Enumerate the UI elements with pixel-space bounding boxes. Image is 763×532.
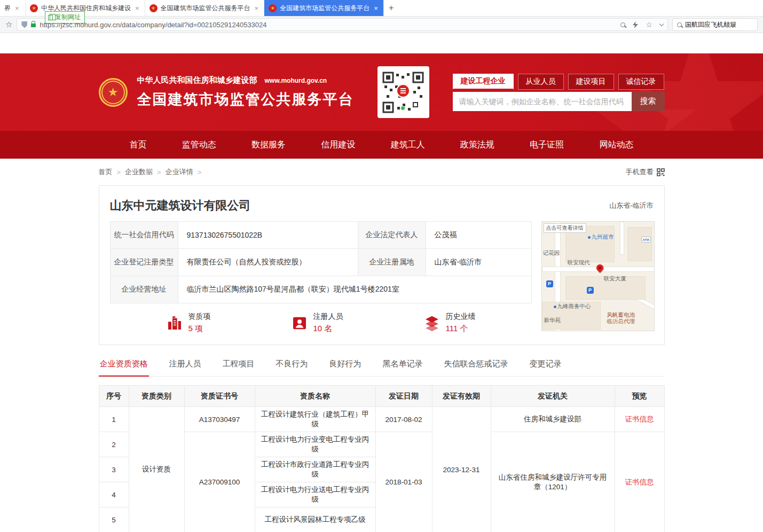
tab-changes[interactable]: 变更记录 [529,359,563,376]
cell-cert-no: A137030497 [184,407,255,432]
col-header: 发证日期 [375,386,432,407]
cell-qual-name: 工程设计市政行业道路工程专业丙级 [255,457,375,482]
header-qr-code [377,66,429,118]
tab-title: 全国建筑市场监管公共服务平台 [280,4,369,13]
ministry-name: 中华人民共和国住房和城乡建设部 [137,75,257,85]
company-info-table: 统一社会信用代码 91371302675501022B 企业法定代表人 公茂福 … [110,221,532,303]
qr-logo-icon [396,84,410,98]
cell-no: 1 [99,407,129,432]
flash-icon[interactable] [633,21,638,28]
breadcrumb-separator: > [157,168,161,176]
tab-bar: 界 × ★ 中华人民共和国住房和城乡建设 × ★ 全国建筑市场监管公共服务平台 … [0,0,763,17]
stat-qualifications[interactable]: 资质项 5 项 [166,312,211,334]
browser-quick-search[interactable]: 国航回应飞机颠簸 [672,18,758,31]
map-poi: 风帆蓄电池 临沂总代理 [607,311,635,324]
browser-tab-2[interactable]: ★ 中华人民共和国住房和城乡建设 × [26,0,145,16]
nav-data-service[interactable]: 数据服务 [251,139,286,151]
search-button[interactable]: 搜索 [632,92,665,111]
cell-no: 5 [99,507,129,532]
cell-qual-name: 工程设计电力行业送电工程专业丙级 [255,482,375,507]
cell-no: 3 [99,457,129,482]
site-favicon-icon: ★ [150,4,158,12]
url-text[interactable]: https://jzsc.mohurd.gov.cn/data/company/… [40,21,617,29]
national-emblem-logo: ★ [99,78,128,107]
copy-url-tooltip[interactable]: 复制网址 [45,11,85,24]
reg-type-value: 有限责任公司（自然人投资或控股） [178,249,358,276]
search-icon [677,22,682,27]
copy-icon [48,15,53,20]
tab-title: 全国建筑市场监管公共服务平台 [161,4,250,13]
col-header: 序号 [99,386,129,407]
search-tab-enterprise[interactable]: 建设工程企业 [453,74,514,90]
stat-registered-personnel[interactable]: 注册人员 10 名 [291,312,343,334]
field-label: 统一社会信用代码 [110,222,178,249]
tab-bad-behavior[interactable]: 不良行为 [275,359,309,376]
breadcrumb-company-data[interactable]: 企业数据 [125,167,153,177]
tab-qualifications[interactable]: 企业资质资格 [99,359,149,377]
nav-e-license[interactable]: 电子证照 [530,139,564,151]
cell-category: 设计资质 [129,407,184,532]
stat-history-performance[interactable]: 历史业绩 111 个 [423,312,476,334]
location-map[interactable]: 点击可查看详情 九州超市 ATM 记花园 联安现代 P 联安大厦 P 九峰商务中… [541,221,655,331]
url-field[interactable]: https://jzsc.mohurd.gov.cn/data/company/… [17,18,668,31]
stat-label: 注册人员 [313,312,343,322]
bookmark-star-icon[interactable]: ☆ [5,20,12,29]
browser-tab-active[interactable]: ★ 全国建筑市场监管公共服务平台 × [264,0,384,16]
tab-blacklist[interactable]: 黑名单记录 [382,359,424,376]
table-row: 1 设计资质 A137030497 工程设计建筑行业（建筑工程）甲级 2017-… [99,407,664,432]
quick-search-text[interactable]: 国航回应飞机颠簸 [685,20,736,29]
tab-projects[interactable]: 工程项目 [222,359,256,376]
new-tab-button[interactable]: + [384,0,399,16]
field-label: 企业登记注册类型 [110,249,178,276]
mobile-view-button[interactable]: 手机查看 [626,167,665,177]
search-tab-credit[interactable]: 诚信记录 [618,74,664,90]
tab-close-icon[interactable]: × [373,4,379,12]
browser-tab-1[interactable]: 界 × [0,0,26,16]
nav-supervision[interactable]: 监管动态 [182,139,216,151]
tab-registered-personnel[interactable]: 注册人员 [168,359,202,376]
parking-icon: P [587,287,594,294]
reg-region-value: 山东省-临沂市 [426,249,531,276]
nav-policy[interactable]: 政策法规 [460,139,494,151]
search-tab-project[interactable]: 建设项目 [568,74,614,90]
map-poi: 新华苑 [544,317,561,324]
nav-site-news[interactable]: 网站动态 [599,139,633,151]
qr-icon [657,168,665,176]
certificate-info-link[interactable]: 证书信息 [625,478,654,486]
browser-tab-3[interactable]: ★ 全国建筑市场监管公共服务平台 × [145,0,265,16]
cell-qual-name: 工程设计风景园林工程专项乙级 [255,507,375,532]
cell-authority: 住房和城乡建设部 [491,407,615,432]
table-row: 统一社会信用代码 91371302675501022B 企业法定代表人 公茂福 [110,222,531,249]
certificate-info-link[interactable]: 证书信息 [625,415,654,423]
nav-home[interactable]: 首页 [130,139,147,151]
cell-qual-name: 工程设计建筑行业（建筑工程）甲级 [255,407,375,432]
chevron-down-icon[interactable] [659,21,664,26]
atm-icon: ATM [641,237,651,242]
tab-close-icon[interactable]: × [134,4,140,12]
shield-icon[interactable] [21,21,27,28]
copy-url-label: 复制网址 [55,13,81,22]
zoom-icon[interactable] [620,22,625,27]
company-region: 山东省-临沂市 [609,201,653,210]
tab-good-behavior[interactable]: 良好行为 [328,359,363,376]
page-top-gap [0,33,763,53]
breadcrumb-home[interactable]: 首页 [99,167,113,177]
stat-value: 5 项 [188,324,211,334]
search-tab-personnel[interactable]: 从业人员 [518,74,564,90]
poi-dot-icon [588,236,591,239]
cell-no: 4 [99,482,129,507]
breadcrumb-company-detail[interactable]: 企业详情 [166,167,193,177]
addressbar-actions: ☆ [620,20,663,29]
keyword-search-input[interactable] [453,92,632,111]
tab-dishonesty[interactable]: 失信联合惩戒记录 [443,359,509,376]
nav-credit[interactable]: 信用建设 [321,139,355,151]
tab-close-icon[interactable]: × [254,4,260,12]
stat-label: 历史业绩 [446,312,476,322]
breadcrumb: 首页 > 企业数据 > 企业详情 > [99,167,202,177]
nav-workers[interactable]: 建筑工人 [391,139,425,151]
poi-dot-icon [554,306,556,308]
map-poi: 九峰商务中心 [554,303,591,310]
tab-close-icon[interactable]: × [14,4,20,12]
favorite-star-icon[interactable]: ☆ [646,20,652,29]
browser-chrome: 界 × ★ 中华人民共和国住房和城乡建设 × ★ 全国建筑市场监管公共服务平台 … [0,0,763,33]
